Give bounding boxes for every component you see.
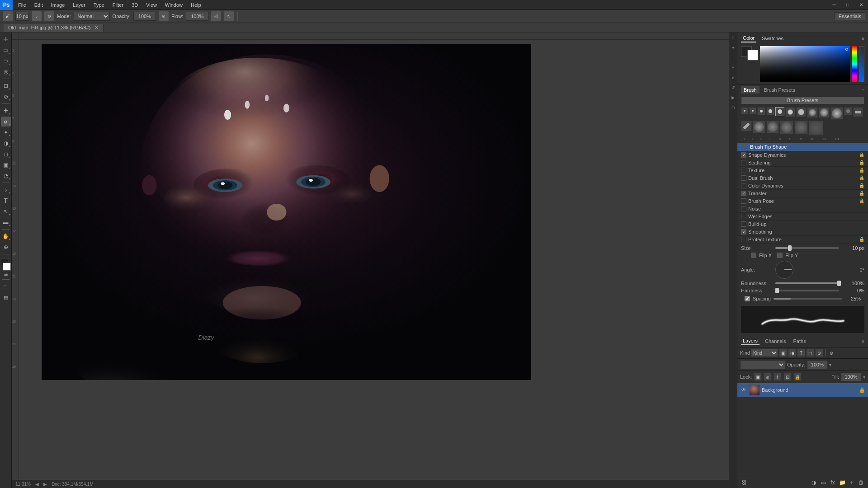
menu-layer[interactable]: Layer — [69, 1, 89, 9]
maximize-button[interactable]: □ — [841, 0, 854, 10]
layer-filter-shape[interactable]: ◻ — [806, 349, 814, 357]
eyedropper-tool[interactable]: ⊘▾ — [1, 92, 11, 102]
spacing-checkbox[interactable] — [745, 296, 750, 301]
screen-mode-btn[interactable]: ▤ — [1, 292, 11, 302]
lock-image-btn[interactable]: ⌀ — [764, 373, 772, 381]
blend-mode-select[interactable]: Normal — [74, 12, 110, 21]
kind-select[interactable]: Kind — [751, 349, 778, 357]
lock-artboard-btn[interactable]: ⊡ — [783, 373, 792, 381]
crop-tool[interactable]: ⊡▾ — [1, 81, 11, 91]
zoom-tool[interactable]: ⊕ — [1, 242, 11, 252]
noise-row[interactable]: Noise — [737, 205, 868, 213]
brush-tip-5[interactable] — [775, 107, 784, 116]
paths-tab[interactable]: Paths — [792, 338, 808, 345]
brush-tip-15[interactable] — [766, 121, 779, 133]
menu-edit[interactable]: Edit — [31, 1, 47, 9]
brush-tip-1[interactable] — [741, 107, 748, 114]
brush-pose-row[interactable]: Brush Pose 🔒 — [737, 197, 868, 205]
protect-texture-row[interactable]: Protect Texture 🔒 — [737, 236, 868, 244]
menu-view[interactable]: View — [142, 1, 160, 9]
history-tool[interactable]: ◑▾ — [1, 138, 11, 148]
background-color[interactable] — [3, 263, 11, 271]
brush-presets-button[interactable]: Brush Presets — [741, 96, 864, 104]
menu-window[interactable]: Window — [161, 1, 186, 9]
airbrush-icon[interactable]: ◎ — [211, 11, 221, 21]
size-slider[interactable] — [775, 247, 839, 249]
add-layer-style-btn[interactable]: fx — [829, 479, 837, 487]
type-tool[interactable]: T — [1, 196, 11, 206]
buildup-row[interactable]: Build-up — [737, 221, 868, 228]
hand-tool[interactable]: ✋▾ — [1, 231, 11, 241]
marquee-tool[interactable]: ▭▾ — [1, 45, 11, 55]
layer-opacity-value[interactable]: 100% — [807, 360, 827, 369]
brush-tip-14[interactable] — [753, 121, 765, 133]
lasso-tool[interactable]: ⊃▾ — [1, 56, 11, 66]
layers-tab[interactable]: Layers — [741, 337, 760, 345]
smoothing-row[interactable]: ✓ Smoothing — [737, 228, 868, 236]
lock-position-btn[interactable]: ✛ — [774, 373, 782, 381]
fill-value[interactable]: 100% — [841, 372, 861, 381]
shape-dynamics-checkbox[interactable]: ✓ — [741, 152, 746, 158]
status-arrow-prev[interactable]: ◀ — [35, 482, 39, 487]
color-dynamics-checkbox[interactable] — [741, 183, 746, 188]
brush-picker-icon[interactable]: ⌄ — [32, 11, 42, 21]
fill-dropdown-icon[interactable]: ▾ — [863, 375, 865, 380]
lock-all-btn[interactable]: 🔒 — [793, 373, 802, 381]
brush-tool-icon[interactable]: 🖌 — [3, 11, 13, 21]
panel-icon-adjust[interactable]: ✦ — [730, 44, 737, 52]
opacity-value[interactable]: 100% — [133, 12, 156, 21]
brush-tip-shape-checkbox[interactable] — [741, 144, 746, 150]
heal-tool[interactable]: ✚▾ — [1, 106, 11, 116]
menu-image[interactable]: Image — [47, 1, 69, 9]
color-panel-menu[interactable]: ≡ — [862, 36, 864, 41]
brush-tip-10[interactable] — [830, 107, 843, 120]
panel-icon-history[interactable]: ↺ — [730, 84, 737, 91]
new-layer-btn[interactable]: + — [848, 479, 856, 487]
transfer-checkbox[interactable]: ✓ — [741, 191, 746, 196]
brush-tip-16[interactable] — [780, 121, 793, 134]
quick-mask-btn[interactable]: ⬚ — [1, 282, 11, 291]
brush-tip-6[interactable] — [785, 107, 795, 117]
layers-filter-toggle[interactable]: ⊘ — [827, 349, 835, 357]
menu-file[interactable]: File — [14, 1, 30, 9]
protect-texture-checkbox[interactable] — [741, 237, 746, 242]
brush-tip-7[interactable] — [796, 107, 806, 117]
channels-tab[interactable]: Channels — [763, 338, 788, 345]
panel-icon-color[interactable]: C — [730, 34, 737, 42]
pen-tool[interactable]: ♭▾ — [1, 185, 11, 195]
brush-tip-2[interactable] — [749, 107, 756, 114]
wet-edges-checkbox[interactable] — [741, 214, 746, 219]
gradient-tool[interactable]: ▣▾ — [1, 160, 11, 170]
opacity-toggle-icon[interactable]: ⊘ — [159, 11, 169, 21]
alpha-slider[interactable] — [859, 46, 864, 82]
brush-size-input[interactable]: 10 px — [15, 12, 29, 21]
brush-settings-icon[interactable]: ⚙ — [44, 11, 54, 21]
brush-tip-3[interactable] — [757, 107, 765, 115]
panel-icon-brush[interactable]: ⌀ — [730, 74, 737, 81]
roundness-slider[interactable] — [775, 282, 839, 284]
shape-dynamics-row[interactable]: ✓ Shape Dynamics 🔒 — [737, 151, 868, 159]
spacing-slider[interactable] — [774, 298, 842, 300]
scattering-checkbox[interactable] — [741, 160, 746, 165]
delete-layer-btn[interactable]: 🗑 — [857, 479, 865, 487]
panel-icon-info[interactable]: i — [730, 54, 737, 61]
path-select-tool[interactable]: ↖▾ — [1, 206, 11, 216]
status-arrow-next[interactable]: ▶ — [43, 482, 47, 487]
dual-brush-row[interactable]: Dual Brush 🔒 — [737, 174, 868, 182]
layer-filter-type[interactable]: T — [797, 349, 805, 357]
layer-filter-smart[interactable]: ⊙ — [815, 349, 823, 357]
brush-tip-11[interactable] — [844, 107, 852, 115]
layer-filter-adjust[interactable]: ◑ — [788, 349, 796, 357]
noise-checkbox[interactable] — [741, 206, 746, 211]
shape-tool[interactable]: ▬▾ — [1, 217, 11, 227]
color-tab[interactable]: Color — [741, 34, 756, 42]
brush-tip-12[interactable] — [853, 107, 863, 117]
brush-tip-17[interactable] — [794, 121, 808, 134]
color-dynamics-row[interactable]: Color Dynamics 🔒 — [737, 182, 868, 190]
menu-type[interactable]: Type — [90, 1, 108, 9]
layer-visibility-background[interactable]: 👁 — [740, 386, 747, 394]
brush-panel-menu[interactable]: ≡ — [862, 88, 864, 93]
swatches-tab[interactable]: Swatches — [760, 35, 785, 42]
buildup-checkbox[interactable] — [741, 221, 746, 227]
quick-select-tool[interactable]: ◎▾ — [1, 67, 11, 77]
